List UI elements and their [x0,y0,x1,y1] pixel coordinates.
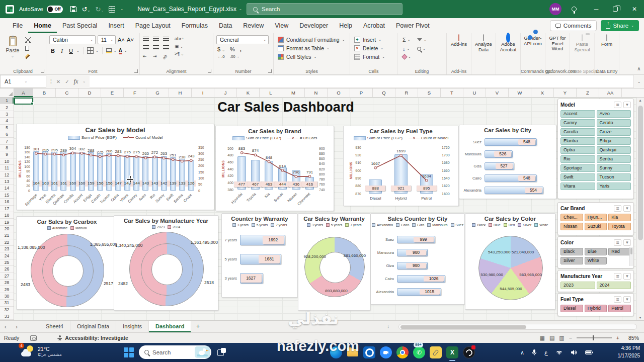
sheet-tab-dashboard[interactable]: Dashboard [149,321,191,332]
clock[interactable]: 4:36 PM 1/17/2025 [618,345,640,359]
column-header-p[interactable]: P [350,88,373,97]
row-header-22[interactable]: 22 [0,239,14,246]
row-header-31[interactable]: 31 [0,300,14,306]
align-center-button[interactable] [153,45,159,50]
column-header-y[interactable]: Y [554,88,577,97]
slicer-model[interactable]: Model≣▼AccentAveoCamryCeratoCorollaCruze… [557,99,634,199]
task-view-button[interactable] [217,348,226,356]
normal-view-icon[interactable]: ▦ [540,335,545,341]
slicer-item-swift[interactable]: Swift [560,173,595,181]
menu-tab-power-pivot[interactable]: Power Pivot [390,18,435,33]
restore-button[interactable] [606,0,625,18]
horizontal-scrollbar[interactable] [398,324,637,330]
row-header-10[interactable]: 10 [0,158,14,165]
multiselect-icon[interactable]: ≣ [614,273,621,280]
titlebar-search-input[interactable]: Search [247,3,403,15]
column-header-w[interactable]: W [509,88,531,97]
chart-counter-by-warranty[interactable]: Counter by Warranty3 years5 years7 years… [221,213,298,298]
microphone-icon[interactable] [532,349,537,356]
column-header-j[interactable]: J [214,88,237,97]
slicer-item-red[interactable]: Red [608,248,631,255]
row-header-26[interactable]: 26 [0,266,14,273]
clear-filter-icon[interactable]: ▼ [623,205,631,212]
row-header-5[interactable]: 5 [0,125,14,131]
italic-button[interactable]: I [58,47,65,54]
slicer-item-tucson[interactable]: Tucson [597,173,631,181]
slicer-item-nissan[interactable]: Nissan [560,223,583,230]
menu-tab-view[interactable]: View [269,18,294,33]
decrease-font-icon[interactable]: A˅ [127,36,134,44]
slicer-item-2024[interactable]: 2024 [597,282,631,289]
column-header-b[interactable]: B [33,88,56,97]
clear-filter-icon[interactable]: ▼ [623,102,631,108]
enter-icon[interactable]: ✓ [65,79,69,84]
row-header-9[interactable]: 9 [0,151,14,158]
format-painter-button[interactable] [25,54,30,59]
slicer-fuel-type[interactable]: Fuel Type≣▼DieselHybridPetrol [557,293,634,316]
dialog-launcher-icon[interactable] [41,69,44,73]
save-icon[interactable] [70,6,77,13]
slicer-item-vitara[interactable]: Vitara [560,183,595,190]
percent-style-button[interactable]: % [230,46,235,52]
column-header-l[interactable]: L [260,88,282,97]
menu-tab-past-special[interactable]: Past Special [57,18,103,33]
addin-form[interactable]: FormData Entry [595,33,619,74]
insert-function-button[interactable]: fx [74,78,78,85]
increase-decimal-button[interactable]: ←.0 [217,54,225,59]
row-header-25[interactable]: 25 [0,259,14,266]
clear-filter-icon[interactable]: ▼ [623,273,631,280]
menu-tab-developer[interactable]: Developer [294,18,334,33]
column-header-g[interactable]: G [146,88,169,97]
menu-tab-help[interactable]: Help [334,18,358,33]
chart-car-sales-by-city[interactable]: Car Sales by CitySuez548Mansoura526Giza5… [459,125,556,199]
chart-car-sales-by-fuel-type[interactable]: Car Sales by Fuel TypeSum of Price (EGP)… [343,126,459,206]
slicer-item-silver[interactable]: Silver [560,257,583,264]
selected-cell-a1[interactable] [14,98,33,105]
sheet-tab-insights[interactable]: Insights [116,321,149,332]
menu-tab-insert[interactable]: Insert [103,18,129,33]
slicer-item-cruze[interactable]: Cruze [597,128,631,136]
paragraph-button[interactable]: >¶ ⌄ [175,51,184,56]
tray-expand-icon[interactable]: ∧ [520,349,524,356]
row-header-11[interactable]: 11 [0,165,14,171]
delete-cells-button[interactable]: Delete⌄ [354,44,395,52]
bold-button[interactable]: B [49,47,56,54]
language-indicator[interactable]: ع [544,349,548,356]
decrease-decimal-button[interactable]: .00→ [230,54,239,59]
slicer-item-black[interactable]: Black [560,248,583,255]
macro-record-icon[interactable] [30,335,37,341]
slicer-item-sentra[interactable]: Sentra [597,155,631,163]
whatsapp-icon[interactable]: ✆99+ [413,346,425,358]
row-header-18[interactable]: 18 [0,212,14,219]
wrap-text-button[interactable]: ab↩ [175,36,184,41]
addin-adobe-acrobat[interactable]: Adobe Acrobat [496,33,521,74]
row-header-20[interactable]: 20 [0,226,14,232]
row-header-15[interactable]: 15 [0,192,14,199]
slicer-car-brand[interactable]: Car Brand≣▼Chev...Hyun...KiaNissanSuzuki… [557,202,634,235]
row-header-23[interactable]: 23 [0,246,14,252]
fill-button[interactable]: ↓⌄ [403,46,411,52]
chrome-icon[interactable] [396,346,409,358]
slicer-item-elantra[interactable]: Elantra [560,137,595,145]
align-middle-button[interactable] [153,37,159,41]
format-as-table-button[interactable]: Format as Table⌄ [278,44,348,52]
chart-car-sales-by-model[interactable]: Car Sales by ModelSum of Price (EGP)Coun… [16,124,214,210]
slicer-item-diesel[interactable]: Diesel [560,305,583,312]
comments-button[interactable]: Comments [550,20,597,31]
add-sheet-button[interactable]: + [191,321,204,332]
column-header-s[interactable]: S [418,88,441,97]
increase-font-icon[interactable]: A˄ [118,36,125,44]
column-header-i[interactable]: I [192,88,214,97]
slicer-item-yaris[interactable]: Yaris [597,183,631,190]
dialog-launcher-icon[interactable] [268,69,272,73]
decrease-indent-button[interactable]: ⇤ [143,54,149,60]
row-header-30[interactable]: 30 [0,293,14,300]
row-header-4[interactable]: 4 [0,118,14,124]
cells-area[interactable]: Car Sales Dashboard Car Sales by ModelSu… [14,98,636,320]
clear-filter-icon[interactable]: ▼ [623,239,631,246]
column-header-v[interactable]: V [486,88,509,97]
chart-car-sales-by-brand[interactable]: Car Sales by BrandSum of Price (EGP)# Of… [215,126,334,211]
slicer-item-cerato[interactable]: Cerato [597,119,631,127]
row-header-29[interactable]: 29 [0,286,14,293]
menu-tab-home[interactable]: Home [28,18,57,33]
